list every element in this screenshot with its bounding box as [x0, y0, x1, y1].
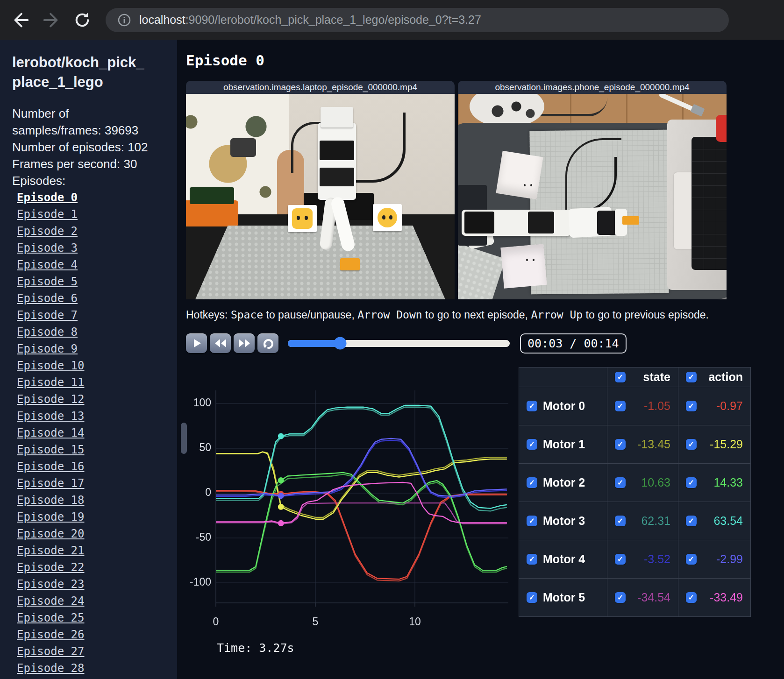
checkbox[interactable]	[615, 401, 626, 411]
orange-lego-brick	[622, 216, 639, 225]
state-value: -3.52	[626, 552, 670, 566]
episode-link[interactable]: Episode 23	[17, 576, 168, 593]
episode-link[interactable]: Episode 26	[17, 626, 168, 643]
state-value: 10.63	[626, 476, 670, 489]
rewind-button[interactable]	[210, 333, 231, 353]
checkbox[interactable]	[686, 554, 697, 565]
motor-label-cell: Motor 2	[519, 464, 607, 502]
checkbox[interactable]	[615, 592, 626, 603]
action-value: 63.54	[697, 514, 743, 528]
state-column-checkbox[interactable]	[615, 372, 626, 382]
motor-label: Motor 1	[543, 438, 585, 451]
checkbox[interactable]	[527, 592, 537, 603]
loop-button[interactable]	[257, 333, 278, 353]
episode-link[interactable]: Episode 0	[17, 189, 168, 206]
browser-chrome: localhost:9090/lerobot/koch_pick_place_1…	[0, 0, 784, 40]
back-button[interactable]	[8, 8, 33, 32]
action-value: -15.29	[697, 438, 743, 451]
episode-link[interactable]: Episode 21	[17, 542, 168, 559]
motor-row: Motor 5-34.54-33.49	[519, 579, 751, 617]
video-phone-title: observation.images.phone_episode_000000.…	[458, 81, 727, 94]
video-laptop-frame[interactable]	[186, 94, 455, 299]
checkbox[interactable]	[686, 439, 697, 450]
episode-link[interactable]: Episode 9	[17, 340, 168, 357]
episode-link[interactable]: Episode 5	[17, 273, 168, 290]
checkbox[interactable]	[686, 516, 697, 526]
play-button[interactable]	[186, 333, 207, 353]
video-laptop[interactable]: observation.images.laptop_episode_000000…	[186, 81, 455, 299]
checkbox[interactable]	[686, 401, 697, 411]
episode-link[interactable]: Episode 8	[17, 324, 168, 340]
action-column-checkbox[interactable]	[686, 372, 697, 382]
episode-link[interactable]: Episode 15	[17, 441, 168, 458]
checkbox[interactable]	[615, 516, 626, 526]
fast-forward-button[interactable]	[234, 333, 255, 353]
space-key-label: Space	[231, 309, 263, 321]
episode-link[interactable]: Episode 3	[17, 240, 168, 256]
episode-link[interactable]: Episode 16	[17, 458, 168, 475]
reload-button[interactable]	[70, 8, 94, 32]
checkbox[interactable]	[527, 439, 537, 450]
site-info-icon[interactable]	[116, 12, 133, 28]
episode-link[interactable]: Episode 6	[17, 290, 168, 307]
checkbox[interactable]	[527, 516, 537, 526]
robot-motor	[320, 141, 354, 160]
state-value: -34.54	[626, 591, 670, 604]
episode-link[interactable]: Episode 18	[17, 492, 168, 509]
play-icon	[191, 338, 202, 349]
episode-link[interactable]: Episode 7	[17, 307, 168, 324]
episode-link[interactable]: Episode 11	[17, 374, 168, 391]
episode-link[interactable]: Episode 10	[17, 357, 168, 374]
motor-label: Motor 2	[543, 476, 585, 489]
video-phone[interactable]: observation.images.phone_episode_000000.…	[458, 81, 727, 299]
orange-gadget	[186, 200, 238, 226]
scrollbar-thumb[interactable]	[181, 423, 187, 454]
time-display: 00:03 / 00:14	[520, 333, 627, 354]
camera-on-shirt	[230, 138, 256, 157]
motor-row: Motor 4-3.52-2.99	[519, 540, 751, 579]
state-value: 62.31	[626, 514, 670, 528]
state-cell: 62.31	[607, 502, 678, 540]
checkbox[interactable]	[686, 592, 697, 603]
playback-controls: 00:03 / 00:14	[186, 333, 784, 353]
empty-header-cell	[519, 368, 607, 387]
robot-motor	[528, 212, 554, 233]
episode-link[interactable]: Episode 25	[17, 609, 168, 626]
episode-link[interactable]: Episode 4	[17, 256, 168, 273]
episode-link[interactable]: Episode 19	[17, 509, 168, 525]
episode-link[interactable]: Episode 24	[17, 593, 168, 609]
checkbox[interactable]	[615, 554, 626, 565]
video-phone-frame[interactable]	[458, 94, 727, 299]
panda-card	[288, 205, 317, 232]
circuit-board	[190, 187, 234, 204]
episode-link[interactable]: Episode 12	[17, 391, 168, 408]
checkbox[interactable]	[527, 401, 537, 411]
episode-link[interactable]: Episode 14	[17, 424, 168, 441]
episode-link[interactable]: Episode 28	[17, 660, 168, 677]
episode-link[interactable]: Episode 1	[17, 206, 168, 223]
seek-slider[interactable]	[288, 340, 510, 347]
state-cell: -13.45	[607, 425, 678, 464]
url-bar[interactable]: localhost:9090/lerobot/koch_pick_place_1…	[106, 8, 729, 32]
dataset-title: lerobot/koch_pick_place_1_lego	[12, 53, 152, 92]
motor-chart	[186, 367, 513, 636]
action-value: 14.33	[697, 476, 743, 489]
episode-link[interactable]: Episode 27	[17, 643, 168, 660]
episode-link[interactable]: Episode 17	[17, 475, 168, 492]
checkbox[interactable]	[686, 477, 697, 488]
episode-link[interactable]: Episode 2	[17, 223, 168, 240]
seek-slider-thumb[interactable]	[334, 337, 346, 350]
motor-label-cell: Motor 0	[519, 387, 607, 425]
keyboard	[691, 137, 727, 270]
motor-row: Motor 362.3163.54	[519, 502, 751, 540]
checkbox[interactable]	[615, 439, 626, 450]
episode-link[interactable]: Episode 20	[17, 525, 168, 542]
episode-link[interactable]: Episode 13	[17, 408, 168, 424]
checkbox[interactable]	[527, 477, 537, 488]
checkbox[interactable]	[615, 477, 626, 488]
checkbox[interactable]	[527, 554, 537, 565]
episode-list: Episode 0Episode 1Episode 2Episode 3Epis…	[12, 189, 168, 677]
forward-button[interactable]	[39, 8, 64, 32]
episode-link[interactable]: Episode 22	[17, 559, 168, 576]
motor-label-cell: Motor 5	[519, 579, 607, 617]
